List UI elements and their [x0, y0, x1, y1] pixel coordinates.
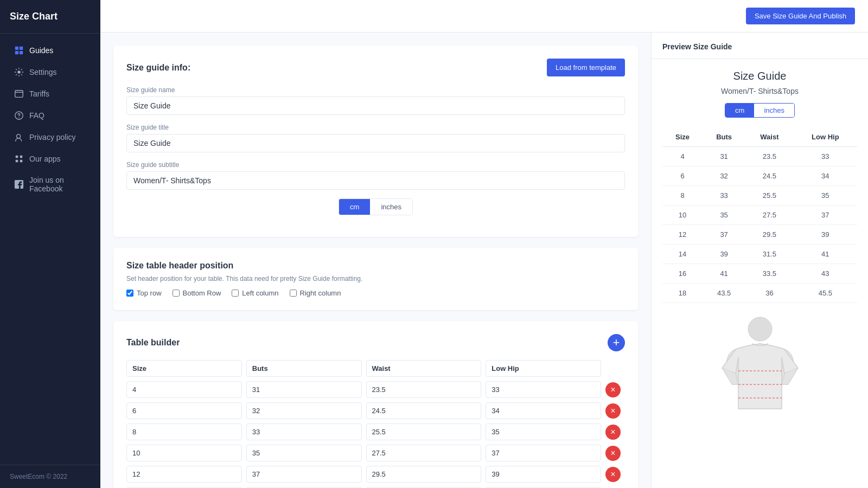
preview-toggle-inches-button[interactable]: inches — [754, 104, 794, 117]
cell-r3-c4[interactable] — [486, 423, 601, 440]
svg-rect-11 — [20, 156, 23, 158]
sidebar-item-tariffs[interactable]: Tariffs — [4, 84, 96, 104]
tariffs-icon — [14, 89, 24, 99]
svg-point-14 — [748, 317, 772, 341]
cell-r3-c2[interactable] — [246, 423, 362, 440]
col-header-size[interactable] — [126, 360, 242, 377]
settings-icon — [14, 67, 24, 77]
editor-panel: Size guide info: Load from template Size… — [100, 33, 651, 488]
checkbox-left-column[interactable]: Left column — [232, 289, 278, 297]
svg-point-8 — [18, 117, 19, 118]
cell-r3-c3[interactable] — [366, 423, 482, 440]
preview-th-size: Size — [662, 127, 703, 147]
table-header-row — [126, 360, 625, 377]
cell-r4-c2[interactable] — [246, 445, 362, 461]
save-publish-button[interactable]: Save Size Guide And Publish — [746, 8, 855, 24]
cell-r1-c3[interactable] — [366, 381, 482, 398]
facebook-icon — [14, 179, 24, 189]
svg-rect-1 — [20, 47, 23, 50]
cell-r4-c1[interactable] — [126, 445, 242, 461]
svg-rect-10 — [16, 156, 18, 158]
remove-row-3-button[interactable]: × — [605, 425, 621, 440]
cell-r5-c3[interactable] — [366, 466, 482, 483]
content-area: Size guide info: Load from template Size… — [100, 33, 868, 488]
sidebar-item-settings[interactable]: Settings — [4, 62, 96, 82]
cell-r1-c1[interactable] — [126, 381, 242, 398]
remove-row-5-button[interactable]: × — [605, 467, 621, 482]
sidebar-item-guides[interactable]: Guides — [4, 40, 96, 61]
preview-guide-title: Size Guide — [662, 70, 857, 82]
header-position-title: Size table header position — [126, 261, 625, 271]
cell-r2-c2[interactable] — [246, 402, 362, 419]
checkbox-top-row[interactable]: Top row — [126, 289, 162, 297]
toggle-cm-button[interactable]: cm — [339, 199, 370, 215]
form-group-subtitle: Size guide subtitle — [126, 161, 625, 190]
guides-icon — [14, 46, 24, 55]
table-row: × — [126, 466, 625, 483]
checkboxes-row: Top row Bottom Row Left column Right col… — [126, 289, 625, 297]
preview-content: Size Guide Women/T- Shirts&Tops cm inche… — [652, 59, 868, 433]
sidebar-footer: SweetEcom © 2022 — [0, 465, 100, 488]
load-template-button[interactable]: Load from template — [547, 59, 625, 76]
form-group-title: Size guide title — [126, 124, 625, 152]
cell-r5-c2[interactable] — [246, 466, 362, 483]
sidebar-item-tariffs-label: Tariffs — [29, 89, 49, 98]
preview-th-buts: Buts — [703, 127, 745, 147]
cell-r3-c1[interactable] — [126, 423, 242, 440]
sidebar-item-privacy[interactable]: Privacy policy — [4, 127, 96, 147]
table-row: × — [126, 402, 625, 419]
svg-rect-12 — [16, 160, 18, 163]
preview-panel-title: Preview Size Guide — [652, 33, 868, 59]
cell-r2-c3[interactable] — [366, 402, 482, 419]
preview-panel: Preview Size Guide Size Guide Women/T- S… — [651, 33, 868, 488]
toggle-inches-button[interactable]: inches — [370, 199, 412, 215]
preview-table-row: 164133.543 — [662, 264, 857, 284]
size-guide-title-input[interactable] — [126, 134, 625, 152]
our-apps-icon — [14, 154, 24, 164]
remove-row-4-button[interactable]: × — [605, 446, 621, 461]
col-header-waist[interactable] — [366, 360, 482, 377]
add-column-button[interactable]: + — [608, 334, 625, 351]
svg-point-4 — [17, 70, 20, 73]
preview-table-row: 83325.535 — [662, 186, 857, 206]
cell-r4-c3[interactable] — [366, 445, 482, 461]
preview-table-row: 123729.539 — [662, 225, 857, 245]
checkbox-bottom-row[interactable]: Bottom Row — [173, 289, 221, 297]
sidebar-item-our-apps[interactable]: Our apps — [4, 149, 96, 169]
preview-toggle-cm-button[interactable]: cm — [725, 104, 754, 117]
remove-row-2-button[interactable]: × — [605, 403, 621, 419]
cell-r5-c4[interactable] — [486, 466, 601, 483]
svg-rect-0 — [15, 47, 18, 50]
cell-r4-c4[interactable] — [486, 445, 601, 461]
col-header-buts[interactable] — [246, 360, 362, 377]
svg-point-9 — [17, 134, 21, 138]
sidebar-item-faq[interactable]: FAQ — [4, 105, 96, 126]
preview-table-row: 143931.541 — [662, 245, 857, 264]
form-group-name: Size guide name — [126, 86, 625, 115]
remove-row-1-button[interactable]: × — [605, 382, 621, 397]
sidebar-item-facebook[interactable]: Join us on Facebook — [4, 170, 96, 198]
cell-r5-c1[interactable] — [126, 466, 242, 483]
table-builder-title: Table builder — [126, 338, 180, 348]
preview-table-row: 43123.533 — [662, 147, 857, 166]
size-guide-name-input[interactable] — [126, 97, 625, 115]
cell-r2-c4[interactable] — [486, 402, 601, 419]
col-header-lowhip[interactable] — [486, 360, 601, 377]
preview-table-header-row: Size Buts Waist Low Hip — [662, 127, 857, 147]
cell-r2-c1[interactable] — [126, 402, 242, 419]
size-guide-subtitle-input[interactable] — [126, 171, 625, 190]
cell-r1-c4[interactable] — [486, 381, 601, 398]
app-title: Size Chart — [0, 0, 100, 34]
checkbox-right-column[interactable]: Right column — [290, 289, 341, 297]
preview-unit-toggle-group: cm inches — [725, 103, 795, 118]
size-guide-subtitle-label: Size guide subtitle — [126, 161, 625, 169]
cell-r1-c2[interactable] — [246, 381, 362, 398]
table-row: × — [126, 423, 625, 440]
body-illustration — [662, 314, 857, 422]
sidebar: Size Chart Guides Settings Tariffs FAQ P… — [0, 0, 100, 488]
preview-table-row: 103527.537 — [662, 206, 857, 225]
faq-icon — [14, 111, 24, 120]
header-position-desc: Set header position for your table. This… — [126, 275, 625, 282]
top-bar: Save Size Guide And Publish — [100, 0, 868, 33]
preview-table-row: 63224.534 — [662, 166, 857, 186]
